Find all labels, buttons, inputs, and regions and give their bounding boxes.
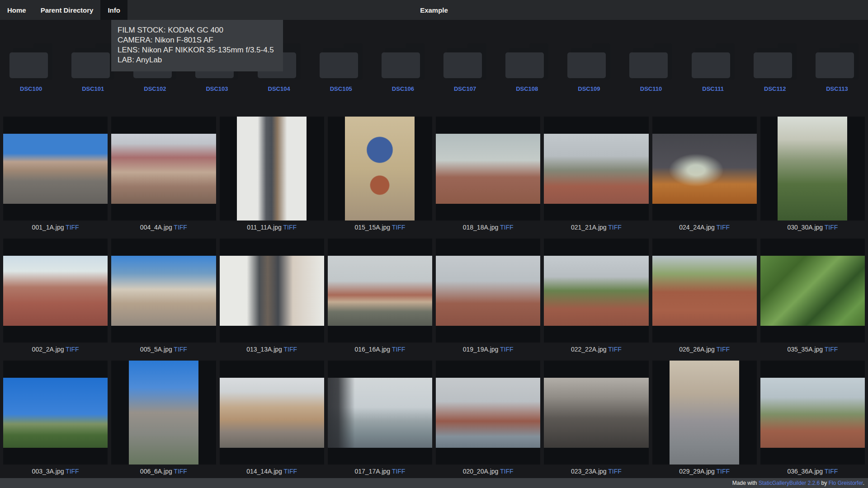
folder-label[interactable]: DSC106 xyxy=(392,85,414,92)
tiff-link[interactable]: TIFF xyxy=(283,224,297,231)
folder-label[interactable]: DSC108 xyxy=(516,85,538,92)
tiff-link[interactable]: TIFF xyxy=(825,346,838,353)
tiff-link[interactable]: TIFF xyxy=(392,468,406,475)
folder-label[interactable]: DSC111 xyxy=(702,85,724,92)
photo-tile: 015_15A.jpg TIFF xyxy=(328,117,432,231)
folder-item-dsc109[interactable]: DSC109 xyxy=(558,43,620,92)
folder-label[interactable]: DSC109 xyxy=(578,85,600,92)
folder-label[interactable]: DSC112 xyxy=(764,85,786,92)
photo-thumbnail[interactable] xyxy=(3,239,108,343)
tiff-link[interactable]: TIFF xyxy=(66,468,79,475)
nav-item-home[interactable]: Home xyxy=(0,0,33,20)
tiff-link[interactable]: TIFF xyxy=(392,346,406,353)
photo-thumbnail[interactable] xyxy=(111,239,216,343)
photo-thumbnail[interactable] xyxy=(760,117,865,221)
tiff-link[interactable]: TIFF xyxy=(500,224,514,231)
photo-tile: 018_18A.jpg TIFF xyxy=(436,117,540,231)
photo-image xyxy=(328,378,432,448)
tiff-link[interactable]: TIFF xyxy=(174,224,187,231)
folder-icon xyxy=(567,43,610,80)
tiff-link[interactable]: TIFF xyxy=(716,224,730,231)
photo-thumbnail[interactable] xyxy=(220,117,324,221)
photo-thumbnail[interactable] xyxy=(328,361,432,465)
photo-filename: 020_20A.jpg xyxy=(463,468,499,475)
photo-tile: 001_1A.jpg TIFF xyxy=(3,117,108,231)
photo-thumbnail[interactable] xyxy=(3,117,108,221)
folder-item-dsc112[interactable]: DSC112 xyxy=(744,43,806,92)
folder-label[interactable]: DSC100 xyxy=(20,85,42,92)
folder-item-dsc113[interactable]: DSC113 xyxy=(806,43,868,92)
tiff-link[interactable]: TIFF xyxy=(608,224,622,231)
photo-image xyxy=(760,378,865,448)
tiff-link[interactable]: TIFF xyxy=(608,346,622,353)
tiff-link[interactable]: TIFF xyxy=(66,346,79,353)
folder-label[interactable]: DSC110 xyxy=(640,85,662,92)
folder-item-dsc108[interactable]: DSC108 xyxy=(496,43,558,92)
folder-label[interactable]: DSC101 xyxy=(82,85,104,92)
photo-tile: 004_4A.jpg TIFF xyxy=(111,117,216,231)
photo-thumbnail[interactable] xyxy=(760,239,865,343)
photo-thumbnail[interactable] xyxy=(544,117,648,221)
photo-thumbnail[interactable] xyxy=(652,117,757,221)
folder-label[interactable]: DSC103 xyxy=(206,85,228,92)
tiff-link[interactable]: TIFF xyxy=(608,468,622,475)
tiff-link[interactable]: TIFF xyxy=(716,346,730,353)
folder-label[interactable]: DSC104 xyxy=(268,85,290,92)
photo-thumbnail[interactable] xyxy=(328,239,432,343)
photo-thumbnail[interactable] xyxy=(3,361,108,465)
photo-thumbnail[interactable] xyxy=(436,361,540,465)
author-link[interactable]: Flo Greistorfer xyxy=(829,480,863,486)
photo-image xyxy=(129,361,198,465)
folder-icon xyxy=(505,43,548,80)
photo-filename: 006_6A.jpg xyxy=(140,468,172,475)
folder-label[interactable]: DSC105 xyxy=(330,85,352,92)
photo-image xyxy=(3,134,108,204)
tiff-link[interactable]: TIFF xyxy=(500,346,514,353)
photo-thumbnail[interactable] xyxy=(544,239,648,343)
photo-filename: 018_18A.jpg xyxy=(463,224,499,231)
folder-item-dsc107[interactable]: DSC107 xyxy=(434,43,496,92)
folder-label[interactable]: DSC113 xyxy=(826,85,848,92)
photo-filename: 026_26A.jpg xyxy=(679,346,715,353)
tiff-link[interactable]: TIFF xyxy=(174,346,187,353)
tiff-link[interactable]: TIFF xyxy=(825,224,838,231)
tiff-link[interactable]: TIFF xyxy=(66,224,79,231)
photo-tile: 006_6A.jpg TIFF xyxy=(111,361,216,475)
folder-item-dsc111[interactable]: DSC111 xyxy=(682,43,744,92)
photo-thumbnail[interactable] xyxy=(652,361,757,465)
photo-thumbnail[interactable] xyxy=(220,239,324,343)
photo-image xyxy=(778,117,847,221)
folder-icon xyxy=(71,43,114,80)
photo-thumbnail[interactable] xyxy=(544,361,648,465)
photo-image xyxy=(111,256,216,326)
photo-image xyxy=(328,256,432,326)
photo-thumbnail[interactable] xyxy=(111,117,216,221)
tiff-link[interactable]: TIFF xyxy=(283,346,297,353)
photo-thumbnail[interactable] xyxy=(436,117,540,221)
folder-item-dsc110[interactable]: DSC110 xyxy=(620,43,682,92)
folder-label[interactable]: DSC107 xyxy=(454,85,476,92)
tiff-link[interactable]: TIFF xyxy=(283,468,297,475)
builder-version-link[interactable]: StaticGalleryBuilder 2.2.6 xyxy=(759,480,820,486)
nav-item-parent-directory[interactable]: Parent Directory xyxy=(33,0,101,20)
folder-item-dsc100[interactable]: DSC100 xyxy=(0,43,62,92)
tiff-link[interactable]: TIFF xyxy=(392,224,406,231)
photo-thumbnail[interactable] xyxy=(652,239,757,343)
folder-icon xyxy=(692,43,735,80)
folder-item-dsc105[interactable]: DSC105 xyxy=(310,43,372,92)
photo-filename: 030_30A.jpg xyxy=(787,224,823,231)
photo-thumbnail[interactable] xyxy=(111,361,216,465)
photo-thumbnail[interactable] xyxy=(220,361,324,465)
tiff-link[interactable]: TIFF xyxy=(716,468,730,475)
photo-thumbnail[interactable] xyxy=(760,361,865,465)
photo-thumbnail[interactable] xyxy=(328,117,432,221)
tiff-link[interactable]: TIFF xyxy=(825,468,838,475)
photo-filename: 017_17A.jpg xyxy=(354,468,390,475)
tiff-link[interactable]: TIFF xyxy=(174,468,187,475)
tiff-link[interactable]: TIFF xyxy=(500,468,514,475)
nav-item-info[interactable]: Info xyxy=(100,0,127,20)
info-line-camera: CAMERA: Nikon F-801S AF xyxy=(118,35,277,45)
folder-item-dsc106[interactable]: DSC106 xyxy=(372,43,434,92)
folder-label[interactable]: DSC102 xyxy=(144,85,166,92)
photo-thumbnail[interactable] xyxy=(436,239,540,343)
